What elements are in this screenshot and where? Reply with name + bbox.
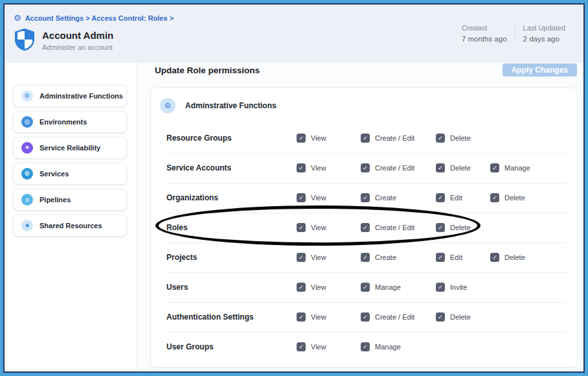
settings-gear-icon: ⚙ xyxy=(14,14,21,22)
checkbox-checked-icon[interactable] xyxy=(361,223,370,232)
checkbox-checked-icon[interactable] xyxy=(361,134,370,143)
resource-name: Users xyxy=(166,283,188,292)
resource-category-sidebar: ⚙ Adminstrative Functions ◎ Environments… xyxy=(5,63,137,371)
checkbox-checked-icon[interactable] xyxy=(297,134,306,143)
resource-name: Projects xyxy=(166,253,197,262)
permission-row-organizations: Organizations View Create Edit Delete xyxy=(151,183,577,213)
permission-toggle-create-edit[interactable]: Create / Edit xyxy=(361,312,414,322)
checkbox-checked-icon[interactable] xyxy=(436,283,445,292)
section-title: Adminstrative Functions xyxy=(185,101,277,110)
checkbox-checked-icon[interactable] xyxy=(436,312,445,322)
page-subtitle: Administer an account xyxy=(42,43,113,51)
resource-name: User Groups xyxy=(166,342,214,351)
services-icon: ⚙ xyxy=(21,168,33,180)
checkbox-checked-icon[interactable] xyxy=(297,223,306,232)
sidebar-item-administrative-functions[interactable]: ⚙ Adminstrative Functions xyxy=(13,85,127,107)
resource-name: Organizations xyxy=(166,193,218,202)
checkbox-checked-icon[interactable] xyxy=(490,163,499,172)
apply-changes-button[interactable]: Apply Changes xyxy=(503,64,577,76)
permission-toggle-delete[interactable]: Delete xyxy=(436,134,471,143)
permission-toggle-delete[interactable]: Delete xyxy=(436,223,471,232)
permission-toggle-view[interactable]: View xyxy=(297,134,326,143)
checkbox-checked-icon[interactable] xyxy=(490,253,499,262)
gear-icon: ⚙ xyxy=(160,98,175,113)
permission-row-projects: Projects View Create Edit Delete xyxy=(151,242,577,272)
permission-toggle-view[interactable]: View xyxy=(297,223,326,232)
checkbox-checked-icon[interactable] xyxy=(436,163,445,172)
permission-toggle-create-edit[interactable]: Create / Edit xyxy=(361,134,414,143)
update-role-permissions-title: Update Role permissions xyxy=(155,65,260,75)
permission-toggle-manage[interactable]: Manage xyxy=(490,163,530,172)
gear-icon: ⚙ xyxy=(21,90,33,102)
permission-toggle-create-edit[interactable]: Create / Edit xyxy=(361,163,414,172)
checkbox-checked-icon[interactable] xyxy=(361,342,370,351)
created-block: Created 7 months ago xyxy=(454,24,515,43)
checkbox-checked-icon[interactable] xyxy=(361,163,370,172)
breadcrumb-text[interactable]: Account Settings > Access Control: Roles… xyxy=(25,14,174,22)
permission-toggle-view[interactable]: View xyxy=(297,163,326,172)
checkbox-checked-icon[interactable] xyxy=(297,163,306,172)
sidebar-item-shared-resources[interactable]: ◆ Shared Resources xyxy=(13,215,127,237)
role-meta: Created 7 months ago Last Updated 2 days… xyxy=(454,24,573,43)
permission-row-users: Users View Manage Invite xyxy=(151,272,577,302)
checkbox-checked-icon[interactable] xyxy=(297,253,306,262)
permission-toggle-create[interactable]: Create xyxy=(361,193,396,202)
resource-name: Authentication Settings xyxy=(166,312,254,322)
resource-name: Roles xyxy=(166,223,188,232)
checkbox-checked-icon[interactable] xyxy=(361,312,370,322)
checkbox-checked-icon[interactable] xyxy=(361,253,370,262)
checkbox-checked-icon[interactable] xyxy=(297,283,306,292)
permission-row-user-groups: User Groups View Manage xyxy=(151,332,577,362)
shared-resources-icon: ◆ xyxy=(21,220,33,231)
checkbox-checked-icon[interactable] xyxy=(436,223,445,232)
permission-toggle-delete[interactable]: Delete xyxy=(436,163,471,172)
permission-toggle-view[interactable]: View xyxy=(297,253,326,262)
permissions-card: ⚙ Adminstrative Functions Resource Group… xyxy=(150,88,578,368)
permission-toggle-edit[interactable]: Edit xyxy=(436,253,462,262)
permission-toggle-create[interactable]: Create xyxy=(361,253,396,262)
checkbox-checked-icon[interactable] xyxy=(361,283,370,292)
permission-toggle-create-edit[interactable]: Create / Edit xyxy=(361,223,414,232)
permission-toggle-view[interactable]: View xyxy=(297,312,326,322)
sidebar-item-services[interactable]: ⚙ Services xyxy=(13,163,127,185)
checkbox-checked-icon[interactable] xyxy=(436,134,445,143)
resource-name: Resource Groups xyxy=(166,134,232,143)
permission-row-authentication-settings: Authentication Settings View Create / Ed… xyxy=(151,302,577,332)
app-window: ⚙ Account Settings > Access Control: Rol… xyxy=(3,3,585,373)
last-updated-label: Last Updated xyxy=(523,24,565,32)
sidebar-item-service-reliability[interactable]: ✦ Service Reliability xyxy=(13,137,127,159)
permission-toggle-view[interactable]: View xyxy=(297,283,326,292)
page-header: ⚙ Account Settings > Access Control: Rol… xyxy=(5,5,583,63)
permission-toggle-view[interactable]: View xyxy=(297,342,326,351)
permissions-main: Update Role permissions Apply Changes ⚙ … xyxy=(137,63,583,371)
checkbox-checked-icon[interactable] xyxy=(490,193,499,202)
checkbox-checked-icon[interactable] xyxy=(436,253,445,262)
permission-row-roles: Roles View Create / Edit Delete xyxy=(151,213,577,242)
screenshot-frame: ⚙ Account Settings > Access Control: Rol… xyxy=(0,0,588,376)
sidebar-item-pipelines[interactable]: ≡ Pipelines xyxy=(13,189,127,211)
environments-icon: ◎ xyxy=(21,116,33,128)
section-header: ⚙ Adminstrative Functions xyxy=(151,88,577,123)
breadcrumb[interactable]: ⚙ Account Settings > Access Control: Rol… xyxy=(14,14,583,22)
permission-row-service-accounts: Service Accounts View Create / Edit Dele… xyxy=(151,153,577,183)
permission-row-resource-groups: Resource Groups View Create / Edit Delet… xyxy=(151,123,577,153)
shield-icon xyxy=(15,29,34,51)
permission-toggle-view[interactable]: View xyxy=(297,193,326,202)
permission-toggle-delete[interactable]: Delete xyxy=(490,253,525,262)
permission-toggle-manage[interactable]: Manage xyxy=(361,342,401,351)
checkbox-checked-icon[interactable] xyxy=(297,342,306,351)
checkbox-checked-icon[interactable] xyxy=(436,193,445,202)
service-reliability-icon: ✦ xyxy=(21,142,33,154)
page-title: Account Admin xyxy=(42,30,113,41)
permission-toggle-invite[interactable]: Invite xyxy=(436,283,467,292)
checkbox-checked-icon[interactable] xyxy=(361,193,370,202)
created-label: Created xyxy=(462,24,507,32)
permission-toggle-edit[interactable]: Edit xyxy=(436,193,462,202)
sidebar-item-environments[interactable]: ◎ Environments xyxy=(13,111,127,133)
last-updated-value: 2 days ago xyxy=(523,35,565,43)
checkbox-checked-icon[interactable] xyxy=(297,193,306,202)
checkbox-checked-icon[interactable] xyxy=(297,312,306,322)
permission-toggle-manage[interactable]: Manage xyxy=(361,283,401,292)
permission-toggle-delete[interactable]: Delete xyxy=(490,193,525,202)
permission-toggle-delete[interactable]: Delete xyxy=(436,312,471,322)
